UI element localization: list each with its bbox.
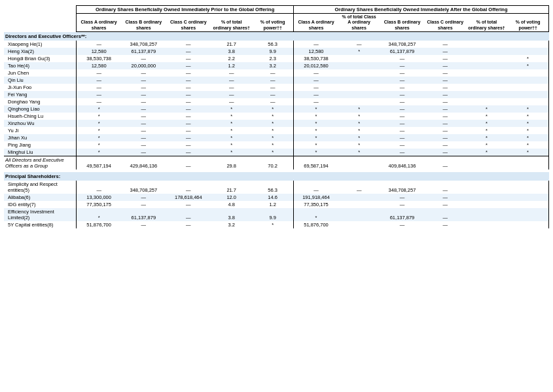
table-cell: *	[252, 141, 293, 149]
table-cell: 3.8	[211, 48, 252, 55]
table-cell: *	[77, 141, 121, 149]
table-cell: 3.2	[252, 62, 293, 69]
table-cell: 1.2	[252, 201, 293, 208]
total-cell	[466, 156, 507, 170]
col-pct-voting-before: % of voting power††	[252, 14, 293, 32]
row-name: Jun Chen	[4, 69, 77, 77]
table-cell: —	[425, 221, 466, 228]
table-cell: —	[166, 69, 211, 77]
table-cell	[338, 91, 380, 98]
table-cell: —	[211, 69, 252, 77]
table-cell	[507, 201, 548, 208]
table-cell: *	[338, 120, 380, 127]
table-cell: —	[166, 48, 211, 55]
table-cell	[507, 98, 548, 105]
table-cell: *	[252, 134, 293, 141]
table-cell: —	[211, 91, 252, 98]
table-cell: —	[252, 84, 293, 91]
table-cell: 51,876,700	[294, 221, 338, 228]
table-cell: 9.9	[252, 208, 293, 221]
table-cell: —	[77, 84, 121, 91]
row-name: Qin Liu	[4, 77, 77, 84]
table-cell: *	[294, 105, 338, 113]
table-cell: 9.9	[252, 48, 293, 55]
table-cell: 12.0	[211, 194, 252, 201]
table-cell	[338, 77, 380, 84]
table-cell	[466, 69, 507, 77]
table-cell: —	[380, 62, 424, 69]
row-name: Ping Jiang	[4, 141, 77, 149]
table-cell: *	[211, 105, 252, 113]
table-cell: —	[121, 84, 166, 91]
table-cell: *	[77, 149, 121, 156]
table-cell: —	[425, 120, 466, 127]
table-cell: 61,137,879	[121, 208, 166, 221]
table-cell: —	[166, 181, 211, 194]
table-cell: —	[380, 98, 424, 105]
table-cell: —	[294, 69, 338, 77]
table-cell	[466, 201, 507, 208]
table-cell	[507, 77, 548, 84]
row-name: Xiaopeng He(1)	[4, 41, 77, 48]
table-cell: *	[77, 105, 121, 113]
table-cell: *	[507, 55, 548, 62]
table-cell: 38,530,738	[294, 55, 338, 62]
table-cell: —	[294, 91, 338, 98]
col-pct-class-a-after: % of total Class A ordinary shares	[338, 14, 380, 32]
col-class-a-before: Class A ordinary shares	[77, 14, 121, 32]
table-cell: *	[466, 113, 507, 120]
table-cell: *	[252, 120, 293, 127]
table-cell: 21.7	[211, 181, 252, 194]
col-class-c-before: Class C ordinary shares	[166, 14, 211, 32]
table-cell	[466, 48, 507, 55]
row-name: Fei Yang	[4, 91, 77, 98]
ownership-table: Ordinary Shares Beneficially Owned Immed…	[4, 5, 549, 228]
table-cell: —	[121, 120, 166, 127]
table-cell: 348,708,257	[121, 41, 166, 48]
table-cell: —	[380, 84, 424, 91]
table-cell: —	[425, 149, 466, 156]
table-cell: —	[252, 98, 293, 105]
table-cell: *	[466, 134, 507, 141]
table-cell: —	[380, 194, 424, 201]
table-cell	[466, 84, 507, 91]
table-cell: 20,000,000	[121, 62, 166, 69]
table-cell: —	[121, 77, 166, 84]
header-name-empty	[4, 6, 77, 14]
table-cell: *	[294, 208, 338, 221]
row-name: Ji-Xun Foo	[4, 84, 77, 91]
row-name: Xinzhou Wu	[4, 120, 77, 127]
table-cell: *	[252, 127, 293, 134]
table-cell: —	[252, 69, 293, 77]
table-cell: *	[507, 113, 548, 120]
table-cell: *	[507, 134, 548, 141]
col-class-b-after: Class B ordinary shares	[380, 14, 424, 32]
table-cell: *	[211, 113, 252, 120]
total-cell: 29.8	[211, 156, 252, 170]
table-cell: 3.8	[211, 208, 252, 221]
table-cell: —	[166, 105, 211, 113]
table-cell: 12,580	[294, 48, 338, 55]
table-cell: —	[425, 91, 466, 98]
table-cell: —	[425, 84, 466, 91]
table-cell: —	[121, 134, 166, 141]
table-cell	[466, 77, 507, 84]
table-cell	[338, 62, 380, 69]
table-cell: *	[252, 113, 293, 120]
table-cell: *	[338, 113, 380, 120]
table-cell: —	[294, 84, 338, 91]
table-cell: —	[166, 77, 211, 84]
table-cell: —	[425, 127, 466, 134]
table-cell: 3.2	[211, 221, 252, 228]
table-cell: 178,618,464	[166, 194, 211, 201]
row-name: Efficiency Investment Limited(2)	[4, 208, 77, 221]
table-cell: *	[466, 141, 507, 149]
table-cell	[338, 221, 380, 228]
total-cell: 409,846,136	[380, 156, 424, 170]
row-name: 5Y Capital entities(8)	[4, 221, 77, 228]
table-cell: 21.7	[211, 41, 252, 48]
col-pct-total-before: % of total ordinary shares†	[211, 14, 252, 32]
table-cell: —	[380, 120, 424, 127]
table-cell: —	[121, 127, 166, 134]
table-cell: —	[425, 98, 466, 105]
